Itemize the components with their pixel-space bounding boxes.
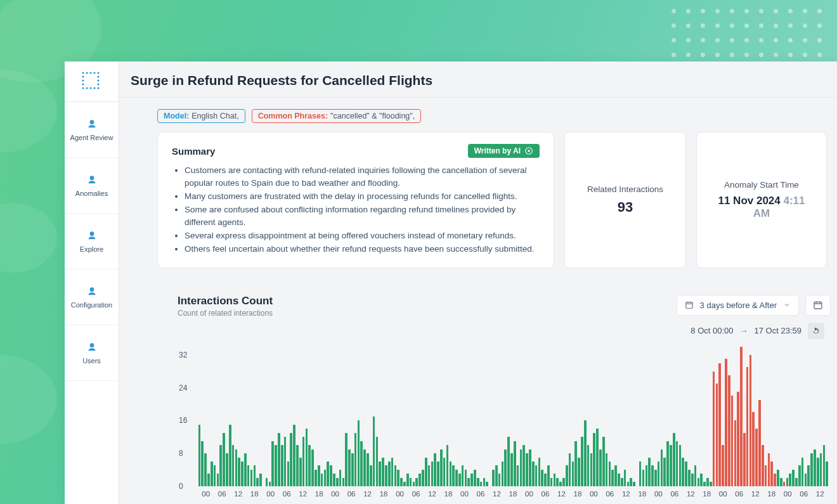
chart-bar[interactable] (538, 458, 541, 486)
chart-bar[interactable] (823, 445, 826, 486)
chip-common-phrases[interactable]: Common Phrases: "cancelled" & "flooding"… (252, 109, 422, 123)
chart-bar[interactable] (663, 458, 666, 486)
chart-bar[interactable] (465, 470, 467, 486)
chart-bar[interactable] (502, 462, 504, 486)
chart-bar[interactable] (520, 449, 522, 486)
chart-bar[interactable] (731, 396, 734, 486)
chart-bar[interactable] (694, 465, 697, 486)
chart-bar[interactable] (743, 433, 746, 486)
chart-bar[interactable] (810, 453, 813, 486)
chart-bar[interactable] (348, 449, 351, 486)
chart-bar[interactable] (271, 441, 274, 486)
chart-bar[interactable] (578, 458, 580, 486)
chart-bar[interactable] (198, 425, 201, 486)
chart-bar[interactable] (737, 392, 739, 486)
chart-bar[interactable] (559, 482, 562, 486)
chart-bar[interactable] (498, 474, 501, 486)
chart-bar[interactable] (443, 458, 446, 486)
chart-bar[interactable] (517, 465, 519, 486)
chart-bar[interactable] (618, 474, 620, 486)
chart-bar[interactable] (587, 445, 590, 486)
chart-bar[interactable] (609, 462, 611, 486)
chart-bar[interactable] (722, 445, 724, 486)
sidebar-item-anomalies[interactable]: Anomalies (65, 158, 119, 214)
chart-bar[interactable] (556, 478, 559, 486)
reset-zoom-button[interactable] (808, 323, 824, 339)
chart-bar[interactable] (685, 462, 687, 486)
secondary-date-button[interactable] (805, 295, 831, 316)
chart-bar[interactable] (535, 465, 538, 486)
chart-bar[interactable] (406, 474, 409, 486)
chart-bar[interactable] (639, 462, 642, 486)
chart-bar[interactable] (795, 478, 798, 486)
chart-bar[interactable] (455, 470, 458, 486)
chart-bar[interactable] (370, 465, 372, 486)
chart-bar[interactable] (621, 478, 623, 486)
chart-bar[interactable] (572, 462, 574, 486)
chart-bar[interactable] (658, 462, 660, 486)
chart-bar[interactable] (590, 453, 593, 486)
chart-bar[interactable] (762, 445, 764, 486)
chart-bar[interactable] (223, 433, 225, 486)
chart-bar[interactable] (229, 425, 231, 486)
chart-bar[interactable] (327, 462, 329, 486)
chart-bar[interactable] (394, 465, 397, 486)
chart-bar[interactable] (367, 453, 369, 486)
chart-bar[interactable] (204, 453, 207, 486)
chart-bar[interactable] (321, 474, 323, 486)
chart-bar[interactable] (666, 441, 669, 486)
chart-bar[interactable] (566, 465, 568, 486)
chart-bar[interactable] (247, 465, 250, 486)
chart-bar[interactable] (706, 478, 709, 486)
sidebar-item-users[interactable]: Users (65, 325, 119, 381)
chart-bar[interactable] (792, 470, 795, 486)
chart-bar[interactable] (673, 433, 675, 486)
chart-bar[interactable] (232, 445, 235, 486)
chart-bar[interactable] (358, 420, 360, 486)
chart-bar[interactable] (510, 453, 513, 486)
chart-bar[interactable] (569, 453, 571, 486)
chart-bar[interactable] (541, 470, 543, 486)
chart-bar[interactable] (492, 470, 495, 486)
chart-bar[interactable] (379, 462, 381, 486)
chart-bar[interactable] (440, 449, 443, 486)
chart-bar[interactable] (774, 474, 776, 486)
chart-bar[interactable] (376, 437, 379, 486)
chart-bar[interactable] (682, 458, 684, 486)
chip-model[interactable]: Model: English Chat, (157, 109, 245, 123)
chart-bar[interactable] (700, 474, 703, 486)
chart-bar[interactable] (529, 449, 531, 486)
chart-bar[interactable] (633, 482, 635, 486)
chart-bar[interactable] (360, 441, 363, 486)
chart-bar[interactable] (746, 367, 749, 486)
chart-bar[interactable] (507, 437, 510, 486)
chart-bar[interactable] (734, 420, 737, 486)
chart-bar[interactable] (474, 470, 476, 486)
chart-bar[interactable] (602, 437, 605, 486)
chart-bar[interactable] (596, 429, 599, 486)
chart-bar[interactable] (452, 465, 455, 486)
chart-bar[interactable] (428, 465, 431, 486)
bar-chart[interactable]: 08162432 (193, 347, 828, 486)
chart-bar[interactable] (826, 462, 828, 486)
chart-bar[interactable] (238, 458, 240, 486)
chart-bar[interactable] (400, 478, 403, 486)
chart-bar[interactable] (418, 474, 421, 486)
chart-bar[interactable] (266, 478, 268, 486)
chart-bar[interactable] (574, 441, 577, 486)
chart-bar[interactable] (217, 474, 219, 486)
chart-bar[interactable] (670, 445, 672, 486)
chart-bar[interactable] (275, 445, 277, 486)
chart-bar[interactable] (437, 462, 439, 486)
chart-bar[interactable] (820, 453, 822, 486)
chart-bar[interactable] (817, 458, 819, 486)
chart-bar[interactable] (713, 372, 715, 486)
chart-bar[interactable] (780, 478, 782, 486)
chart-bar[interactable] (382, 458, 384, 486)
sidebar-item-agent-review[interactable]: Agent Review (65, 102, 119, 158)
chart-bar[interactable] (710, 482, 712, 486)
chart-bar[interactable] (807, 465, 810, 486)
chart-bar[interactable] (562, 478, 565, 486)
chart-bar[interactable] (450, 462, 452, 486)
chart-bar[interactable] (627, 482, 630, 486)
